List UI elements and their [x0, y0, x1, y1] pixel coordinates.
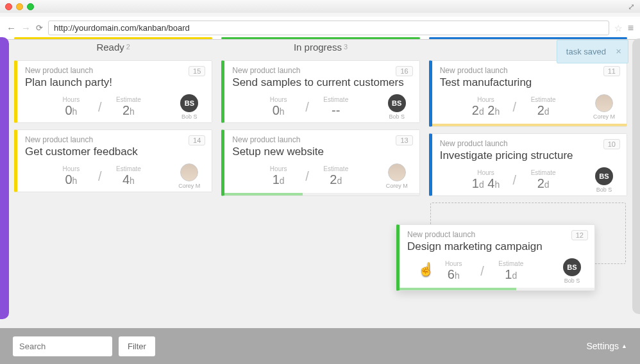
reload-icon[interactable]: ⟳	[36, 23, 43, 33]
column-accent-line	[221, 37, 419, 39]
project-label: New product launch	[440, 139, 619, 148]
hours-value: 0h	[259, 103, 298, 118]
task-title: Send samples to current customers	[232, 76, 411, 89]
task-title: Test manufacturing	[440, 76, 619, 89]
estimate-label: Estimate	[109, 96, 147, 103]
column-title: In progress	[294, 42, 342, 53]
progress-bar	[432, 124, 627, 126]
avatar-photo	[180, 163, 198, 181]
hours-value: 1d 4h	[467, 176, 505, 191]
assignee-name: Bob S	[589, 186, 619, 193]
hours-value: 0h	[52, 103, 90, 118]
hours-label: Hours	[467, 169, 505, 176]
estimate-label: Estimate	[524, 96, 562, 103]
hours-label: Hours	[259, 96, 298, 103]
task-number-badge: 14	[189, 135, 205, 145]
estimate-label: Estimate	[109, 165, 147, 172]
avatar-initials: BS	[180, 94, 198, 112]
assignee[interactable]: BSBob S	[589, 167, 619, 193]
window-zoom-icon[interactable]	[27, 3, 34, 10]
estimate-value: 2d	[524, 103, 562, 118]
task-title: Design marketing campaign	[407, 240, 587, 253]
task-number-badge: 12	[571, 230, 588, 240]
back-icon[interactable]: ←	[6, 22, 16, 33]
task-title: Get customer feedback	[25, 145, 204, 158]
toast-message: task saved	[566, 47, 606, 56]
hours-label: Hours	[467, 96, 505, 103]
hours-label: Hours	[259, 165, 298, 172]
toast-close-icon[interactable]: ×	[616, 46, 621, 56]
dragging-card[interactable]: New product launch12Design marketing cam…	[396, 224, 595, 291]
search-input[interactable]	[13, 336, 112, 356]
estimate-value: 2d	[317, 172, 355, 187]
estimate-value: 4h	[109, 172, 147, 187]
task-card[interactable]: New product launch16Send samples to curr…	[221, 60, 419, 123]
task-card[interactable]: New product launch11Test manufacturingHo…	[429, 60, 627, 127]
column-header[interactable]: Ready 2	[13, 37, 214, 56]
estimate-label: Estimate	[317, 165, 355, 172]
metric-divider: /	[94, 100, 106, 115]
task-number-badge: 13	[396, 135, 412, 145]
task-number-badge: 10	[603, 139, 620, 149]
assignee-name: Bob S	[174, 113, 204, 120]
estimate-value: --	[317, 103, 355, 118]
toast-notification: task saved ×	[557, 40, 628, 63]
progress-bar	[224, 193, 419, 195]
metric-divider: /	[301, 100, 313, 115]
project-label: New product launch	[232, 66, 411, 75]
bookmark-star-icon[interactable]: ☆	[614, 23, 623, 33]
assignee[interactable]: BSBob S	[174, 94, 204, 120]
window-close-icon[interactable]	[5, 3, 12, 10]
hamburger-menu-icon[interactable]: ≡	[628, 22, 634, 34]
task-title: Plan launch party!	[25, 76, 204, 89]
caret-up-icon: ▲	[621, 343, 627, 349]
project-label: New product launch	[440, 66, 619, 75]
task-card[interactable]: New product launch15Plan launch party!Ho…	[14, 60, 212, 123]
expand-icon[interactable]: ⤢	[628, 2, 635, 12]
project-label: New product launch	[407, 230, 587, 239]
hours-value: 1d	[259, 172, 298, 187]
column-count: 3	[344, 43, 348, 51]
estimate-label: Estimate	[317, 96, 355, 103]
column-header[interactable]: In progress 3	[220, 37, 421, 56]
hours-value: 2d 2h	[467, 103, 505, 118]
task-number-badge: 16	[396, 66, 412, 76]
settings-button[interactable]: Settings ▲	[586, 341, 627, 351]
assignee[interactable]: BSBob S	[382, 94, 412, 120]
task-card[interactable]: New product launch10Investigate pricing …	[429, 133, 627, 196]
assignee[interactable]: Corey M	[589, 94, 619, 120]
column-in-progress: In progress 3 New product launch16Send s…	[220, 37, 421, 324]
metric-divider: /	[509, 100, 521, 115]
estimate-value: 2h	[109, 103, 147, 118]
filter-button[interactable]: Filter	[119, 336, 155, 356]
task-card[interactable]: New product launch13Setup new websiteHou…	[221, 129, 419, 196]
column-count: 2	[126, 43, 130, 51]
project-label: New product launch	[232, 135, 411, 144]
assignee-name: Bob S	[382, 113, 412, 120]
column-ready: Ready 2 New product launch15Plan launch …	[13, 37, 214, 324]
task-title: Setup new website	[232, 145, 411, 158]
window-minimize-icon[interactable]	[16, 3, 23, 10]
project-label: New product launch	[25, 66, 204, 75]
bottom-toolbar: Filter Settings ▲	[0, 328, 640, 364]
project-label: New product launch	[25, 135, 204, 144]
task-card[interactable]: New product launch14Get customer feedbac…	[14, 129, 212, 192]
window-titlebar: ⤢	[0, 0, 640, 13]
metric-divider: /	[509, 173, 521, 188]
assignee[interactable]: Corey M	[382, 163, 412, 189]
task-number-badge: 15	[189, 66, 205, 76]
column-accent-line	[429, 37, 627, 39]
hours-label: Hours	[52, 96, 90, 103]
assignee-name: Corey M	[382, 183, 412, 189]
task-title: Investigate pricing structure	[440, 149, 619, 162]
avatar-initials: BS	[388, 94, 406, 112]
settings-label: Settings	[586, 341, 619, 351]
forward-icon: →	[21, 22, 31, 33]
left-drawer-handle[interactable]	[0, 37, 9, 319]
metric-divider: /	[301, 169, 313, 184]
assignee[interactable]: Corey M	[174, 163, 204, 189]
hours-value: 0h	[52, 172, 90, 187]
metric-divider: /	[94, 169, 106, 184]
column-title: Ready	[96, 42, 124, 53]
right-drawer-handle[interactable]	[632, 38, 640, 314]
